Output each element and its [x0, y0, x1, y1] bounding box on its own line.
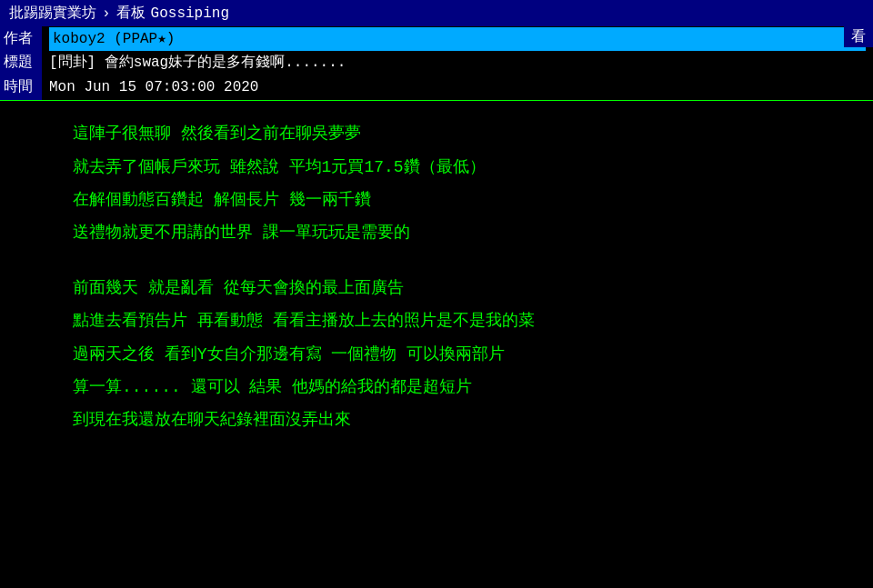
- title-value: [問卦] 會約swag妹子的是多有錢啊.......: [49, 51, 866, 75]
- content-line-3-0: 送禮物就更不用講的世界 課一單玩玩是需要的: [73, 218, 800, 247]
- value-column: koboy2 (PPAP★) [問卦] 會約swag妹子的是多有錢啊......…: [42, 26, 873, 100]
- content-line-7-0: 過兩天之後 看到Y女自介那邊有寫 一個禮物 可以換兩部片: [73, 340, 800, 369]
- top-bar: 批踢踢實業坊 › 看板 Gossiping: [0, 0, 873, 26]
- content-line-5-0: 前面幾天 就是亂看 從每天會換的最上面廣告: [73, 274, 800, 303]
- title-label: 標題: [4, 51, 38, 75]
- content-line-6-0: 點進去看預告片 再看動態 看看主播放上去的照片是不是我的菜: [73, 306, 800, 335]
- board-name[interactable]: Gossiping: [151, 5, 229, 22]
- header-section: 作者 標題 時間 koboy2 (PPAP★) [問卦] 會約swag妹子的是多…: [0, 26, 873, 101]
- content-line-2-0: 在解個動態百鑽起 解個長片 幾一兩千鑽: [73, 185, 800, 214]
- content-line-9-0: 到現在我還放在聊天紀錄裡面沒弄出來: [73, 405, 800, 434]
- author-label: 作者: [4, 27, 38, 51]
- author-value: koboy2 (PPAP★): [49, 27, 866, 51]
- site-name[interactable]: 批踢踢實業坊: [9, 4, 96, 23]
- spacer-4: [73, 252, 800, 274]
- board-label: 看板: [116, 4, 146, 23]
- header-block: 作者 標題 時間 koboy2 (PPAP★) [問卦] 會約swag妹子的是多…: [0, 26, 873, 100]
- content-line-0-0: 這陣子很無聊 然後看到之前在聊吳夢夢: [73, 119, 800, 148]
- time-value: Mon Jun 15 07:03:00 2020: [49, 75, 866, 99]
- content-area: 這陣子很無聊 然後看到之前在聊吳夢夢就去弄了個帳戶來玩 雖然說 平均1元買17.…: [0, 101, 873, 457]
- content-line-1-0: 就去弄了個帳戶來玩 雖然說 平均1元買17.5鑽（最低）: [73, 153, 800, 182]
- label-column: 作者 標題 時間: [0, 26, 42, 100]
- content-line-8-0: 算一算...... 還可以 結果 他媽的給我的都是超短片: [73, 373, 800, 402]
- see-button[interactable]: 看: [844, 26, 873, 47]
- breadcrumb-separator: ›: [102, 5, 111, 22]
- time-label: 時間: [4, 75, 38, 99]
